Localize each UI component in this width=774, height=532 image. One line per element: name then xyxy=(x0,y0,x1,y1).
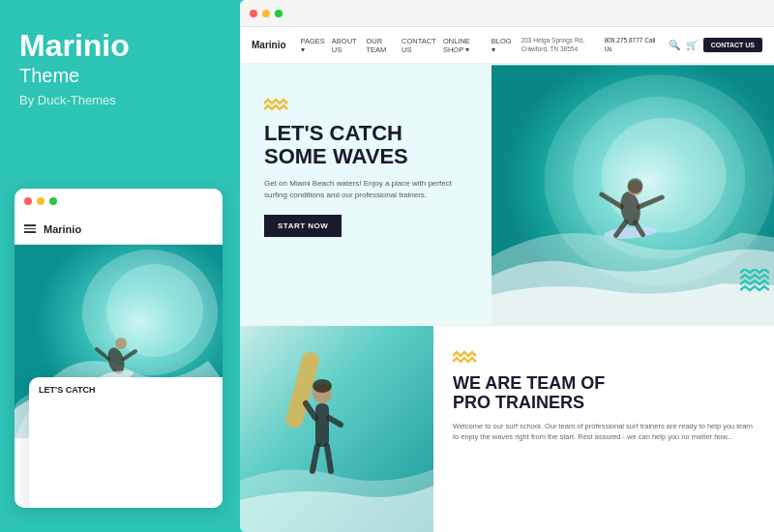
hero-subtitle: Get on Miami Beach waters! Enjoy a place… xyxy=(264,178,467,201)
hero-title: LET'S CATCH SOME WAVES xyxy=(264,122,467,168)
hero-wave-decoration xyxy=(264,98,467,114)
dot-green xyxy=(49,197,57,205)
svg-point-15 xyxy=(628,178,643,193)
nav-team[interactable]: OUR TEAM xyxy=(366,37,395,54)
second-wave-decoration xyxy=(453,350,755,367)
second-title: WE ARE TEAM OF PRO TRAINERS xyxy=(453,374,755,413)
author-label: By Duck-Themes xyxy=(19,93,218,107)
desktop-dot-green xyxy=(275,10,283,17)
nav-address: 203 Helga Springs Rd, Crawford, TN 38554 xyxy=(521,37,599,53)
nav-items: PAGES ▾ ABOUT US OUR TEAM CONTACT US ONL… xyxy=(301,37,512,54)
second-text: Welcome to our surf school. Our team of … xyxy=(453,421,755,443)
svg-line-28 xyxy=(327,446,331,471)
svg-rect-22 xyxy=(315,403,329,447)
desktop-titlebar xyxy=(240,0,774,27)
mobile-titlebar xyxy=(15,189,223,214)
nav-pages[interactable]: PAGES ▾ xyxy=(301,37,325,54)
second-section-image xyxy=(240,326,433,532)
mobile-footer-text: LET'S CATCH xyxy=(29,377,223,508)
desktop-hero: LET'S CATCH SOME WAVES Get on Miami Beac… xyxy=(240,64,774,325)
nav-shop[interactable]: ONLINE SHOP ▾ xyxy=(443,37,485,54)
contact-nav-button[interactable]: CONTACT US xyxy=(703,38,762,52)
svg-point-24 xyxy=(313,379,332,393)
nav-contact[interactable]: CONTACT US xyxy=(402,37,436,54)
cart-icon[interactable]: 🛒 xyxy=(686,40,698,51)
hamburger-icon[interactable] xyxy=(24,224,36,233)
hero-image xyxy=(491,64,774,325)
nav-blog[interactable]: BLOG ▾ xyxy=(491,37,512,54)
desktop-nav: Marinio PAGES ▾ ABOUT US OUR TEAM CONTAC… xyxy=(240,27,774,64)
second-section-content: WE ARE TEAM OF PRO TRAINERS Welcome to o… xyxy=(433,326,774,532)
nav-right: 203 Helga Springs Rd, Crawford, TN 38554… xyxy=(521,37,762,53)
desktop-dot-red xyxy=(250,10,257,17)
svg-point-4 xyxy=(115,338,127,349)
desktop-dot-yellow xyxy=(262,10,270,17)
mobile-nav: Marinio xyxy=(15,214,223,245)
mobile-brand: Marinio xyxy=(44,223,81,235)
mobile-preview-card: Marinio xyxy=(15,189,223,508)
svg-point-11 xyxy=(602,118,727,233)
right-panel: Marinio PAGES ▾ ABOUT US OUR TEAM CONTAC… xyxy=(240,0,774,532)
app-name: Marinio xyxy=(19,29,218,63)
desktop-second-section: WE ARE TEAM OF PRO TRAINERS Welcome to o… xyxy=(240,325,774,532)
search-icon[interactable]: 🔍 xyxy=(669,40,680,51)
desktop-wave-decoration xyxy=(740,269,769,296)
hero-content: LET'S CATCH SOME WAVES Get on Miami Beac… xyxy=(240,64,491,325)
desktop-brand: Marinio xyxy=(252,40,286,50)
nav-phone: 809.275.8777 Call Us xyxy=(605,37,663,53)
left-panel: Marinio Theme By Duck-Themes Marinio xyxy=(0,0,237,532)
dot-yellow xyxy=(37,197,45,205)
dot-red xyxy=(24,197,32,205)
nav-about[interactable]: ABOUT US xyxy=(332,37,360,54)
app-subtitle: Theme xyxy=(19,65,218,87)
hero-cta-button[interactable]: START NOW xyxy=(264,215,342,237)
